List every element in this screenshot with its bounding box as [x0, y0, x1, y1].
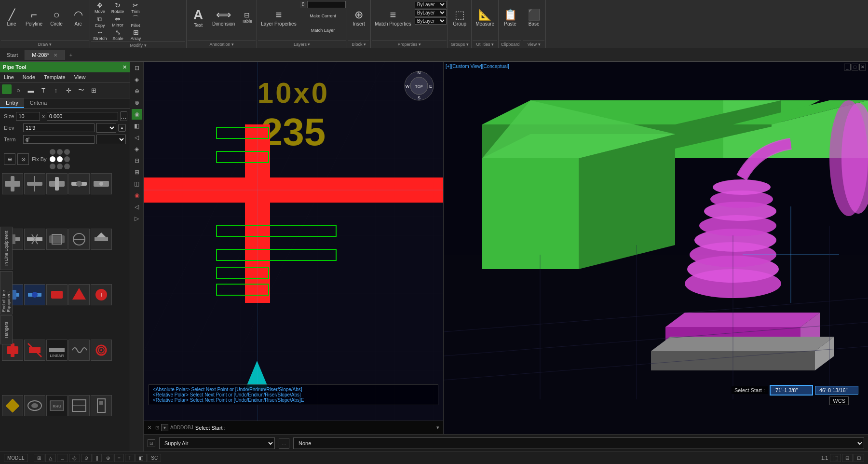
group-button[interactable]: ⬚ Group — [449, 1, 470, 34]
fix-by-icon1[interactable]: ⊕ — [4, 153, 15, 165]
status-scale[interactable]: 1:1 — [821, 455, 828, 461]
select-start-val1[interactable]: 71'-1 3/8" — [770, 385, 813, 396]
status-vp-3[interactable]: ⊡ — [854, 454, 864, 462]
stretch-button[interactable]: ↔Stretch — [91, 28, 109, 41]
layer-properties-button[interactable]: ≡ Layer Properties — [258, 1, 299, 34]
measure-button[interactable]: 📐 Measure — [473, 1, 497, 34]
panel-tb-text[interactable]: T — [38, 84, 49, 96]
vtool-10[interactable]: ⊞ — [132, 167, 142, 177]
status-grid[interactable]: ⊞ — [34, 454, 44, 462]
panel-menu-line[interactable]: Line — [2, 73, 16, 81]
elev-up-button[interactable]: ▲ — [118, 124, 126, 132]
icon-eol-spiral[interactable] — [91, 340, 112, 361]
fix-dot-6[interactable] — [64, 156, 70, 162]
tab-start[interactable]: Start — [0, 50, 25, 60]
rotate-button[interactable]: ↻Rotate — [109, 1, 126, 14]
adddobj-collapse[interactable]: ▾ — [436, 424, 439, 431]
panel-tb-green1[interactable] — [2, 84, 12, 94]
match-properties-button[interactable]: ≡ Match Properties — [372, 1, 414, 34]
icon-pipe-inline-7[interactable] — [24, 229, 45, 250]
panel-tb-up[interactable]: ↑ — [50, 84, 62, 96]
system-select[interactable]: Supply Air — [159, 437, 275, 449]
mirror-button[interactable]: ⇔Mirror — [109, 14, 126, 28]
table-button[interactable]: ⊟ Table — [238, 1, 256, 34]
panel-tab-criteria[interactable]: Criteria — [24, 98, 53, 108]
icon-pipe-inline-2[interactable] — [24, 173, 45, 194]
trim-button[interactable]: ✂Trim — [127, 1, 144, 14]
layer-input[interactable] — [307, 1, 346, 8]
bylayer-select-1[interactable]: ByLayer — [415, 1, 447, 8]
icon-rhu[interactable]: RHU — [46, 395, 68, 416]
model-status[interactable]: MODEL — [4, 454, 28, 462]
array-button[interactable]: ⊞Array — [127, 28, 145, 41]
insert-button[interactable]: ⊕ Insert — [348, 1, 369, 34]
status-lweight[interactable]: ≡ — [114, 454, 124, 462]
match-layer-button[interactable]: Match Layer — [300, 24, 346, 37]
vtool-13[interactable]: ◁ — [132, 202, 142, 212]
status-vp-2[interactable]: ⊟ — [842, 454, 853, 462]
status-osnap[interactable]: ⊙ — [81, 454, 92, 462]
vtool-5-active[interactable]: ◉ — [132, 109, 142, 120]
panel-menu-template[interactable]: Template — [42, 73, 68, 81]
tab-m208[interactable]: M-208* ✕ — [25, 50, 65, 60]
panel-close-button[interactable]: ✕ — [122, 64, 127, 70]
scale-button[interactable]: ⤡Scale — [109, 28, 127, 41]
adddobj-dropdown[interactable]: ▾ — [161, 424, 168, 431]
fix-dot-8[interactable] — [57, 164, 63, 169]
panel-tb-cross[interactable]: ✛ — [63, 84, 74, 96]
icon-special-blue2[interactable] — [24, 284, 45, 305]
panel-tb-circle[interactable]: ○ — [13, 84, 24, 96]
status-ortho[interactable]: ∟ — [57, 454, 68, 462]
adddobj-input[interactable] — [228, 425, 434, 431]
term-input[interactable] — [23, 135, 95, 144]
vtool-3[interactable]: ⊕ — [132, 86, 142, 96]
icon-eol-red2[interactable] — [24, 340, 45, 361]
icon-box-unit[interactable] — [68, 395, 90, 416]
make-current-button[interactable]: Make Current — [300, 9, 346, 23]
text-button[interactable]: A Text — [188, 1, 209, 34]
side-label-inline[interactable]: In Line Equipment — [0, 227, 13, 270]
vtool-1[interactable]: ⊡ — [132, 63, 142, 73]
circle-button[interactable]: ○ Circle — [46, 1, 67, 34]
fix-dot-5[interactable] — [57, 156, 63, 162]
vtool-14[interactable]: ▷ — [132, 213, 142, 224]
status-tmode[interactable]: T — [125, 454, 135, 462]
side-label-endofline[interactable]: End of Line Equipment — [0, 271, 13, 314]
term-select[interactable] — [96, 135, 126, 144]
icon-pipe-inline-10[interactable] — [91, 229, 112, 250]
icon-pipe-inline-8[interactable] — [46, 229, 68, 250]
tab-close-m208[interactable]: ✕ — [54, 53, 57, 58]
dimension-button[interactable]: ⟺ Dimension — [209, 1, 238, 34]
panel-menu-view[interactable]: View — [72, 73, 88, 81]
canvas-3d[interactable]: [+][Custom View][Conceptual] _ □ ✕ — [444, 62, 868, 434]
polyline-button[interactable]: ⌐ Polyline — [23, 1, 45, 34]
vtool-6[interactable]: ◧ — [132, 121, 142, 131]
icon-special-red3[interactable]: T — [91, 284, 112, 305]
vtool-4[interactable]: ⊗ — [132, 97, 142, 108]
vtool-8[interactable]: ◈ — [132, 144, 142, 154]
fillet-button[interactable]: ⌒Fillet — [127, 14, 144, 28]
move-button[interactable]: ✥Move — [91, 1, 108, 14]
canvas-2d[interactable]: 10x0 235 N E S W TOP — [144, 62, 444, 434]
status-snap[interactable]: △ — [45, 454, 56, 462]
base-button[interactable]: ⬛ Base — [523, 1, 544, 34]
vtool-7[interactable]: ◁ — [132, 132, 142, 143]
fix-dot-9[interactable] — [64, 164, 70, 169]
status-otrack[interactable]: ∥ — [93, 454, 102, 462]
status-polar[interactable]: ◎ — [69, 454, 80, 462]
icon-pipe-inline-9[interactable] — [68, 229, 90, 250]
icon-pipe-inline-3[interactable] — [46, 173, 68, 194]
size-browse-button[interactable]: … — [120, 111, 127, 121]
browse-button[interactable]: … — [279, 438, 289, 449]
panel-tb-wave[interactable]: 〜 — [75, 84, 87, 96]
status-vp-1[interactable]: ⬚ — [830, 454, 841, 462]
panel-tb-grid[interactable]: ⊞ — [88, 84, 99, 96]
size-input[interactable] — [16, 112, 40, 121]
size-x-input[interactable] — [47, 112, 118, 121]
icon-special-red1[interactable] — [46, 284, 68, 305]
vtool-9[interactable]: ⊟ — [132, 155, 142, 166]
icon-pipe-inline-1[interactable] — [2, 173, 23, 194]
fix-dot-7[interactable] — [50, 164, 55, 169]
icon-pipe-inline-4[interactable] — [68, 173, 90, 194]
adddobj-filter-button[interactable]: ⊡ — [155, 425, 159, 430]
